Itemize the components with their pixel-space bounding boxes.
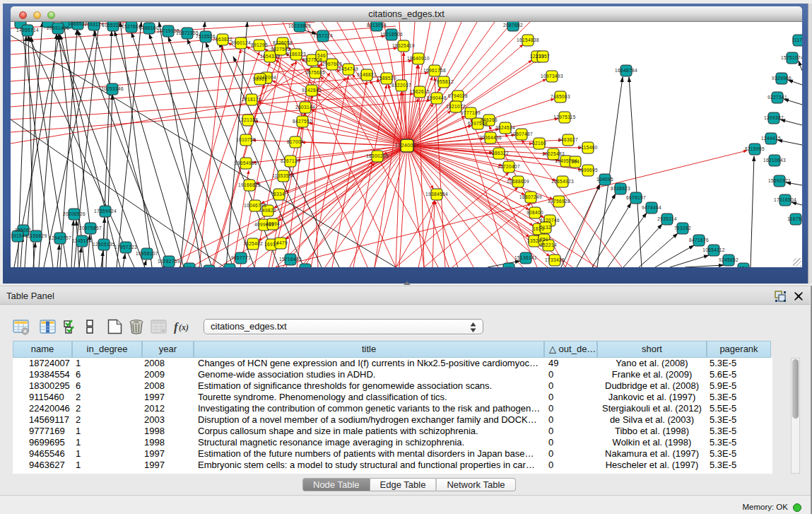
svg-text:8454749: 8454749 (339, 66, 358, 71)
svg-text:20364436: 20364436 (479, 135, 502, 140)
svg-text:1209387: 1209387 (764, 115, 784, 120)
svg-text:20053346: 20053346 (101, 86, 124, 91)
svg-text:7663822: 7663822 (213, 37, 233, 42)
svg-text:11156829: 11156829 (25, 233, 47, 238)
svg-text:9242845: 9242845 (302, 88, 322, 93)
svg-text:1145194: 1145194 (72, 238, 92, 243)
svg-text:10688609: 10688609 (507, 179, 529, 184)
svg-text:1588520: 1588520 (377, 76, 396, 81)
svg-text:15136141: 15136141 (514, 255, 537, 260)
svg-text:11172: 11172 (792, 37, 802, 42)
svg-text:9827503: 9827503 (271, 47, 290, 52)
svg-text:40994: 40994 (266, 221, 280, 226)
svg-text:9777169: 9777169 (461, 110, 481, 115)
svg-text:9227341: 9227341 (767, 95, 787, 100)
svg-text:157: 157 (301, 267, 310, 267)
svg-text:3675685: 3675685 (305, 70, 325, 75)
svg-text:16154838: 16154838 (517, 37, 539, 42)
svg-text:1527602: 1527602 (122, 24, 141, 29)
svg-text:9146821: 9146821 (357, 72, 377, 77)
svg-text:164095: 164095 (596, 177, 613, 182)
svg-text:19654983: 19654983 (235, 160, 257, 165)
svg-text:7485063: 7485063 (551, 94, 570, 99)
svg-text:6794028: 6794028 (448, 93, 468, 98)
svg-text:5132: 5132 (540, 225, 551, 230)
svg-text:8990448: 8990448 (427, 95, 447, 100)
svg-text:12975115: 12975115 (553, 115, 576, 119)
svg-text:15: 15 (506, 266, 512, 267)
svg-text:16782759: 16782759 (158, 259, 180, 264)
svg-text:15692971: 15692971 (768, 178, 791, 183)
svg-text:984: 984 (571, 159, 579, 164)
svg-text:15720407: 15720407 (498, 164, 520, 169)
svg-text:335061: 335061 (15, 228, 32, 233)
svg-text:19218506: 19218506 (380, 32, 403, 37)
svg-text:7357224: 7357224 (313, 33, 333, 38)
svg-text:8813054: 8813054 (367, 23, 387, 28)
svg-text:2603144: 2603144 (295, 105, 315, 110)
svg-text:9657771: 9657771 (231, 255, 251, 260)
svg-text:10807487: 10807487 (510, 132, 533, 136)
svg-text:6679197: 6679197 (626, 195, 646, 200)
svg-text:11923448: 11923448 (178, 266, 201, 267)
svg-text:12942757: 12942757 (49, 235, 71, 240)
svg-text:9463627: 9463627 (558, 137, 578, 142)
svg-text:9474444: 9474444 (642, 205, 661, 210)
svg-text:1733426: 1733426 (545, 257, 565, 262)
svg-text:252214: 252214 (540, 243, 557, 247)
svg-text:149822: 149822 (259, 208, 276, 213)
svg-text:1562615: 1562615 (410, 89, 430, 94)
svg-text:62160: 62160 (532, 141, 546, 146)
svg-text:908400: 908400 (526, 210, 543, 215)
svg-text:15716485: 15716485 (279, 257, 302, 262)
svg-text:16210643: 16210643 (763, 158, 786, 163)
svg-text:8427552: 8427552 (293, 119, 312, 124)
svg-text:10654112: 10654112 (702, 247, 725, 252)
svg-text:8471676: 8471676 (689, 238, 709, 243)
svg-text:18640910: 18640910 (407, 56, 430, 61)
svg-text:11353594: 11353594 (272, 173, 295, 178)
svg-text:8938923: 8938923 (611, 186, 630, 191)
svg-text:1093174: 1093174 (84, 22, 104, 27)
svg-text:817004: 817004 (287, 139, 304, 144)
svg-text:17359924: 17359924 (94, 209, 117, 214)
svg-text:9827508: 9827508 (302, 57, 322, 62)
svg-text:7625402: 7625402 (243, 241, 263, 246)
svg-text:1221338: 1221338 (238, 117, 258, 122)
svg-text:13957: 13957 (536, 54, 550, 59)
svg-text:(x): (x) (179, 322, 189, 332)
svg-text:6120746: 6120746 (540, 218, 560, 223)
svg-text:546: 546 (317, 53, 326, 58)
svg-text:763262: 763262 (674, 226, 691, 230)
svg-text:10046738: 10046738 (244, 203, 266, 208)
svg-text:1621072: 1621072 (446, 104, 466, 109)
svg-text:8334: 8334 (273, 192, 285, 197)
svg-text:92: 92 (227, 267, 233, 267)
svg-text:20691406: 20691406 (47, 25, 69, 30)
svg-text:39154: 39154 (11, 233, 25, 238)
svg-text:7955812: 7955812 (434, 79, 454, 84)
svg-text:8322037: 8322037 (392, 83, 411, 88)
svg-text:17240007: 17240007 (395, 143, 419, 148)
svg-text:6497568: 6497568 (468, 121, 488, 126)
svg-text:8215955: 8215955 (745, 146, 765, 151)
svg-text:9245652: 9245652 (719, 257, 739, 262)
svg-text:7386322: 7386322 (489, 151, 509, 156)
svg-text:6466160: 6466160 (139, 25, 159, 30)
svg-text:1010755: 1010755 (236, 137, 256, 142)
svg-text:98961: 98961 (253, 76, 267, 81)
svg-text:18325419: 18325419 (392, 43, 415, 48)
svg-text:14055714: 14055714 (16, 28, 39, 33)
svg-text:16033809: 16033809 (288, 23, 311, 28)
svg-text:924: 924 (739, 266, 748, 267)
svg-text:20975857: 20975857 (79, 226, 102, 230)
svg-text:19384554: 19384554 (425, 192, 448, 197)
svg-text:8267130: 8267130 (281, 158, 300, 163)
svg-text:2935114: 2935114 (657, 216, 677, 221)
svg-text:1654338: 1654338 (260, 54, 280, 59)
svg-text:8186323: 8186323 (286, 52, 306, 57)
svg-text:116753: 116753 (787, 216, 802, 221)
svg-text:2087682: 2087682 (503, 23, 523, 28)
svg-text:15751074: 15751074 (781, 55, 802, 60)
svg-text:8960124: 8960124 (231, 40, 251, 45)
